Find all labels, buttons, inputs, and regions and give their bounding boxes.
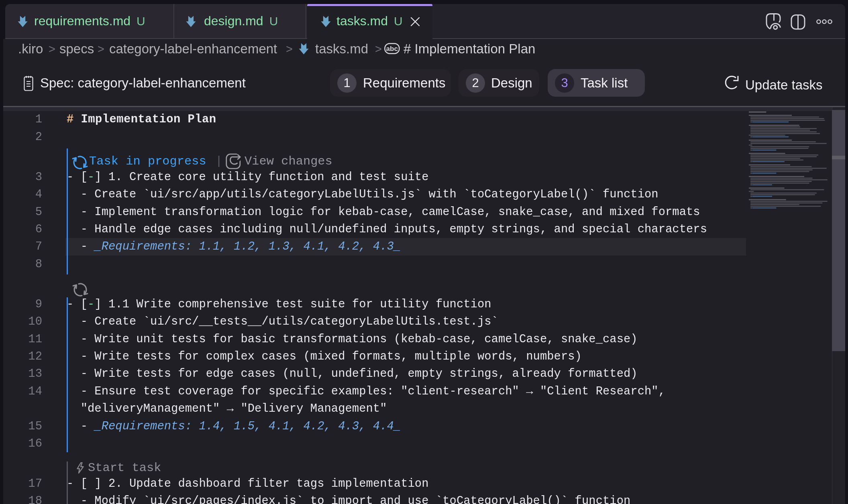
svg-text:abc: abc xyxy=(386,45,398,53)
